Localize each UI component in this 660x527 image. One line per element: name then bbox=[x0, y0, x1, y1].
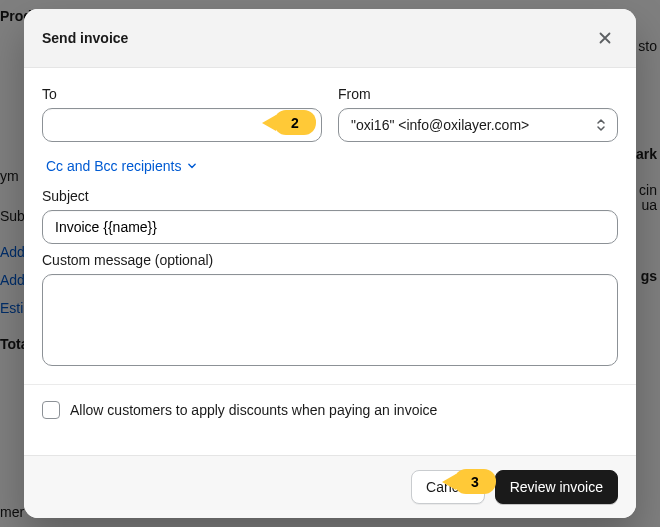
modal-footer: Cancel Review invoice bbox=[24, 455, 636, 518]
send-invoice-modal: Send invoice To From "oxi16" <info@oxila… bbox=[24, 9, 636, 518]
discount-section: Allow customers to apply discounts when … bbox=[24, 384, 636, 435]
close-button[interactable] bbox=[592, 25, 618, 51]
close-icon bbox=[596, 29, 614, 47]
cancel-button[interactable]: Cancel bbox=[411, 470, 485, 504]
discount-checkbox-label: Allow customers to apply discounts when … bbox=[70, 402, 437, 418]
modal-title: Send invoice bbox=[42, 30, 128, 46]
review-invoice-button[interactable]: Review invoice bbox=[495, 470, 618, 504]
modal-header: Send invoice bbox=[24, 9, 636, 68]
discount-checkbox[interactable] bbox=[42, 401, 60, 419]
cc-bcc-label: Cc and Bcc recipients bbox=[46, 158, 181, 174]
select-arrows-icon bbox=[595, 117, 607, 133]
modal-body: To From "oxi16" <info@oxilayer.com> Cc a… bbox=[24, 68, 636, 455]
message-label: Custom message (optional) bbox=[42, 252, 618, 268]
chevron-down-icon bbox=[185, 159, 199, 173]
from-select[interactable]: "oxi16" <info@oxilayer.com> bbox=[338, 108, 618, 142]
cc-bcc-toggle[interactable]: Cc and Bcc recipients bbox=[46, 158, 199, 174]
from-value: "oxi16" <info@oxilayer.com> bbox=[351, 117, 529, 133]
to-label: To bbox=[42, 86, 322, 102]
to-input[interactable] bbox=[42, 108, 322, 142]
subject-label: Subject bbox=[42, 188, 618, 204]
subject-input[interactable] bbox=[42, 210, 618, 244]
message-textarea[interactable] bbox=[42, 274, 618, 366]
from-label: From bbox=[338, 86, 618, 102]
